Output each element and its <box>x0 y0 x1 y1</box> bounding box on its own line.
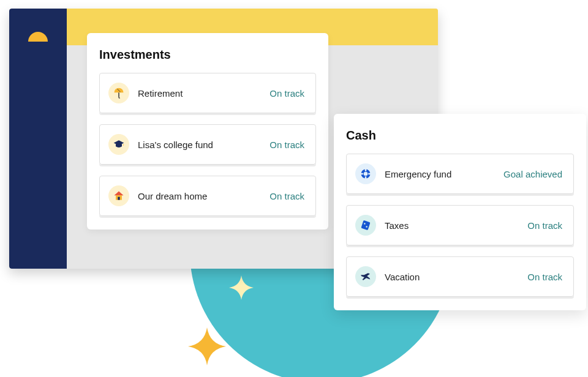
goal-status: On track <box>527 220 562 231</box>
house-icon <box>108 185 129 206</box>
svg-rect-8 <box>365 176 367 179</box>
svg-rect-7 <box>365 169 367 171</box>
goal-status: On track <box>270 88 304 99</box>
sparkle-icon <box>229 275 254 300</box>
goal-name: Vacation <box>385 272 527 282</box>
goal-status: On track <box>270 191 304 201</box>
goal-name: Taxes <box>385 220 527 231</box>
goal-item-home[interactable]: Our dream home On track <box>99 176 316 216</box>
cash-title: Cash <box>346 129 574 143</box>
svg-point-12 <box>364 223 366 225</box>
goal-name: Retirement <box>138 88 270 99</box>
goal-item-college[interactable]: Lisa's college fund On track <box>99 124 316 165</box>
cash-card: Cash Emergency fund Goal achieved Taxes … <box>334 114 586 310</box>
umbrella-icon <box>108 83 129 103</box>
svg-point-6 <box>364 172 368 176</box>
investments-card: Investments Retirement On track Lisa's c… <box>87 33 328 230</box>
app-logo <box>26 24 50 49</box>
airplane-icon <box>355 266 376 287</box>
goal-name: Emergency fund <box>385 169 503 179</box>
sparkle-icon <box>188 327 226 365</box>
svg-point-2 <box>123 144 124 146</box>
svg-rect-9 <box>361 173 363 175</box>
svg-point-13 <box>366 226 368 228</box>
graduation-cap-icon <box>108 134 129 155</box>
receipt-icon <box>355 215 376 236</box>
life-ring-icon <box>355 163 376 184</box>
goal-item-vacation[interactable]: Vacation On track <box>346 256 574 297</box>
sidebar <box>9 9 67 269</box>
goal-name: Our dream home <box>138 191 270 201</box>
goal-item-retirement[interactable]: Retirement On track <box>99 73 316 113</box>
svg-rect-4 <box>118 197 119 200</box>
goal-status: Goal achieved <box>503 169 562 179</box>
goal-status: On track <box>270 140 304 150</box>
goal-status: On track <box>527 272 562 282</box>
goal-item-emergency[interactable]: Emergency fund Goal achieved <box>346 154 574 194</box>
svg-rect-10 <box>368 173 371 175</box>
investments-title: Investments <box>99 48 316 62</box>
goal-item-taxes[interactable]: Taxes On track <box>346 205 574 245</box>
svg-rect-11 <box>361 220 370 230</box>
goal-name: Lisa's college fund <box>138 140 270 150</box>
